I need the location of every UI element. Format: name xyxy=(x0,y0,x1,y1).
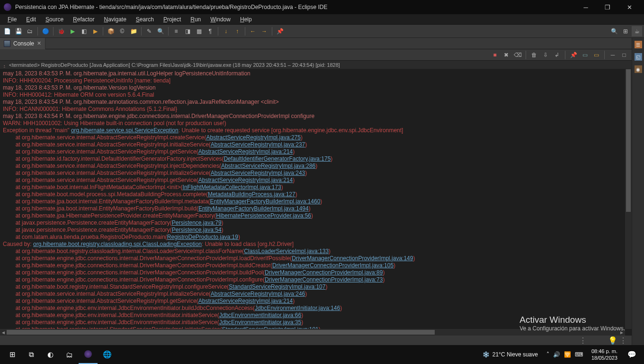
outline-icon[interactable]: ◱ xyxy=(635,53,642,61)
stack-link[interactable]: MetadataBuildingProcess.java:127 xyxy=(208,191,295,198)
scroll-lock-icon[interactable]: ⇩ xyxy=(541,50,550,60)
stack-link[interactable]: DriverManagerConnectionProviderImpl.java… xyxy=(265,276,383,283)
stack-link[interactable]: AbstractServiceRegistryImpl.java:214 xyxy=(198,177,293,183)
stack-link[interactable]: Persistence.java:79 xyxy=(172,219,222,226)
stack-link[interactable]: StandardServiceRegistryImpl.java:107 xyxy=(229,283,325,290)
horizontal-scrollbar[interactable]: ◄ ► xyxy=(0,329,625,336)
forward-icon[interactable]: → xyxy=(259,26,269,36)
new-java-icon[interactable]: 📦 xyxy=(106,26,116,36)
stack-link[interactable]: JdbcEnvironmentInitiator.java:146 xyxy=(255,305,340,311)
close-button[interactable]: ✕ xyxy=(618,0,640,14)
new-package-icon[interactable]: 📁 xyxy=(128,26,139,36)
menu-refactor[interactable]: Refactor xyxy=(68,15,99,24)
minimize-button[interactable]: ─ xyxy=(575,0,597,14)
open-type-icon[interactable]: 🔵 xyxy=(40,26,51,36)
word-wrap-icon[interactable]: ↲ xyxy=(552,50,562,60)
menu-project[interactable]: Project xyxy=(159,15,186,24)
java-perspective-icon[interactable]: ☕︎ xyxy=(632,26,642,36)
stack-link[interactable]: org.hibernate.service.spi.ServiceExcepti… xyxy=(71,127,179,134)
toggle-block-icon[interactable]: ▦ xyxy=(194,26,204,36)
stack-link[interactable]: HibernatePersistenceProvider.java:56 xyxy=(216,212,311,219)
chrome-icon[interactable]: 🌐 xyxy=(98,345,116,364)
menu-run[interactable]: Run xyxy=(186,15,206,24)
open-console-icon[interactable]: ▭ xyxy=(591,50,601,60)
pin-editor-icon[interactable]: 📌 xyxy=(275,26,285,36)
run-last-icon[interactable]: ▶ xyxy=(90,26,100,36)
remove-all-icon[interactable]: ⌫ xyxy=(513,50,522,60)
tip-icon[interactable]: 💡 xyxy=(608,336,617,345)
stack-link[interactable]: ClassLoaderServiceImpl.java:133 xyxy=(244,248,329,255)
network-icon[interactable]: 🛜 xyxy=(564,351,571,358)
close-tab-icon[interactable]: ✕ xyxy=(37,40,41,46)
stack-link[interactable]: InFlightMetadataCollectorImpl.java:173 xyxy=(183,184,281,191)
stack-link[interactable]: EntityManagerFactoryBuilderImpl.java:149… xyxy=(198,205,309,212)
stack-link[interactable]: AbstractServiceRegistryImpl.java:246 xyxy=(211,291,305,297)
stack-link[interactable]: EntityManagerFactoryBuilderImpl.java:146… xyxy=(210,198,321,205)
file-explorer-icon[interactable]: 🗂 xyxy=(60,345,79,364)
stack-link[interactable]: org.hibernate.boot.registry.classloading… xyxy=(33,241,202,247)
stack-link[interactable]: DriverManagerConnectionProviderImpl.java… xyxy=(272,262,394,269)
menu-window[interactable]: Window xyxy=(206,15,235,24)
bookmark-icon[interactable]: ◉ xyxy=(635,65,642,73)
volume-icon[interactable]: 🔊 xyxy=(553,351,560,358)
save-icon[interactable]: 💾 xyxy=(13,26,24,36)
stack-link[interactable]: RegistroDeProducto.java:19 xyxy=(167,234,238,240)
stack-link[interactable]: AbstractServiceRegistryImpl.java:214 xyxy=(198,148,293,155)
back-icon[interactable]: ← xyxy=(248,26,258,36)
menu-search[interactable]: Search xyxy=(131,15,159,24)
stack-link[interactable]: DriverManagerConnectionProviderImpl.java… xyxy=(292,255,413,262)
remove-launch-icon[interactable]: ✖ xyxy=(501,50,511,60)
next-annotation-icon[interactable]: ↓ xyxy=(221,26,231,36)
minimize-view-icon[interactable]: ─ xyxy=(608,50,617,60)
stack-link[interactable]: DriverManagerConnectionProviderImpl.java… xyxy=(265,269,383,276)
console-body[interactable]: may 18, 2023 8:43:53 P. M. org.hibernate… xyxy=(0,69,632,336)
menu-source[interactable]: Source xyxy=(41,15,68,24)
task-list-icon[interactable]: ☰ xyxy=(635,41,642,48)
debug-icon[interactable]: 🐞 xyxy=(56,26,66,36)
maximize-view-icon[interactable]: □ xyxy=(619,50,629,60)
start-button[interactable]: ⊞ xyxy=(3,345,22,364)
console-tab[interactable]: Console ✕ xyxy=(0,38,45,49)
tray-chevron-icon[interactable]: ˄ xyxy=(546,351,549,358)
show-whitespace-icon[interactable]: ¶ xyxy=(205,26,215,36)
system-tray[interactable]: ˄ 🔊 🛜 ⌨ xyxy=(543,351,587,358)
quick-access-icon[interactable]: 🔍 xyxy=(609,26,619,36)
console-content[interactable]: may 18, 2023 8:43:53 P. M. org.hibernate… xyxy=(0,69,624,336)
menu-navigate[interactable]: Navigate xyxy=(99,15,131,24)
language-icon[interactable]: ⌨ xyxy=(575,351,583,358)
stack-link[interactable]: JdbcEnvironmentInitiator.java:66 xyxy=(219,312,301,318)
task-view-icon[interactable]: ⧉ xyxy=(22,345,41,364)
menu-help[interactable]: Help xyxy=(235,15,257,24)
notifications-icon[interactable]: 💬 xyxy=(622,345,641,364)
stack-link[interactable]: JdbcEnvironmentInitiator.java:35 xyxy=(219,319,301,326)
coverage-icon[interactable]: ◧ xyxy=(79,26,89,36)
stack-link[interactable]: Persistence.java:54 xyxy=(172,227,222,233)
open-perspective-icon[interactable]: ⊞ xyxy=(620,26,631,36)
prev-annotation-icon[interactable]: ↑ xyxy=(232,26,242,36)
toggle-breadcrumb-icon[interactable]: ≡ xyxy=(171,26,181,36)
eclipse-taskbar-icon[interactable] xyxy=(79,345,98,364)
app-league-icon[interactable]: ◐ xyxy=(41,345,60,364)
new-icon[interactable]: 📄 xyxy=(2,26,12,36)
stack-link[interactable]: AbstractServiceRegistryImpl.java:275 xyxy=(206,134,301,141)
scroll-left-icon[interactable]: ◄ xyxy=(0,329,7,336)
menu-edit[interactable]: Edit xyxy=(21,15,41,24)
vertical-scrollbar[interactable] xyxy=(625,69,632,329)
run-icon[interactable]: ▶ xyxy=(67,26,78,36)
stack-link[interactable]: AbstractServiceRegistryImpl.java:243 xyxy=(211,170,305,176)
taskbar-clock[interactable]: 08:46 p. m. 18/05/2023 xyxy=(587,348,622,361)
clear-console-icon[interactable]: 🗑 xyxy=(529,50,539,60)
toggle-mark-icon[interactable]: ◨ xyxy=(182,26,193,36)
new-class-icon[interactable]: © xyxy=(117,26,127,36)
search-icon[interactable]: 🔍 xyxy=(155,26,166,36)
stack-link[interactable]: AbstractServiceRegistryImpl.java:237 xyxy=(211,141,305,148)
weather-widget[interactable]: ❄️ 21°C Nieve suave xyxy=(478,351,543,358)
stack-link[interactable]: AbstractServiceRegistryImpl.java:286 xyxy=(221,163,315,169)
terminate-icon[interactable]: ■ xyxy=(490,50,500,60)
stack-link[interactable]: AbstractServiceRegistryImpl.java:214 xyxy=(198,298,293,304)
pin-console-icon[interactable]: 📌 xyxy=(569,50,578,60)
menu-file[interactable]: File xyxy=(3,15,21,24)
display-selected-icon[interactable]: ▭ xyxy=(580,50,590,60)
open-task-icon[interactable]: ✎ xyxy=(144,26,154,36)
stack-link[interactable]: DefaultIdentifierGeneratorFactory.java:1… xyxy=(224,155,331,162)
